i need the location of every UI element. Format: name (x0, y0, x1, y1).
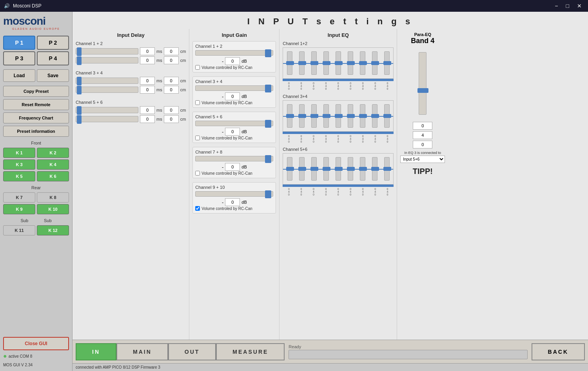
eq-ch5-band-2[interactable] (296, 155, 307, 183)
eq-band-3[interactable] (308, 49, 319, 77)
eq-band-6[interactable] (345, 49, 356, 77)
eq-ch5-b4-track[interactable] (323, 157, 329, 181)
gain-ch5-input[interactable] (225, 128, 240, 136)
para-eq-slider-thumb[interactable] (417, 88, 428, 93)
nav-out-button[interactable]: OUT (168, 343, 216, 360)
ch3-cm-input2[interactable] (164, 86, 179, 94)
eq-ch5-band-5[interactable] (332, 155, 344, 183)
para-eq-input-1[interactable] (413, 122, 432, 130)
gain-ch3-slider[interactable] (195, 85, 273, 91)
ch1-cm-input2[interactable] (164, 56, 179, 64)
ch1-ms-input2[interactable] (140, 56, 155, 64)
eq-band-8-track[interactable] (372, 51, 377, 75)
key-12-button[interactable]: K 12 (37, 225, 69, 235)
gain-ch3-input[interactable] (225, 92, 240, 100)
eq-ch3-band-2[interactable] (296, 102, 307, 130)
frequency-chart-button[interactable]: Frequency Chart (3, 112, 69, 123)
ch5-cm-input1[interactable] (164, 106, 179, 114)
preset-1-button[interactable]: P 1 (3, 36, 35, 50)
eq-band-6-track[interactable] (348, 51, 353, 75)
eq-ch5-b6-track[interactable] (348, 157, 353, 181)
key-5-button[interactable]: K 5 (3, 171, 35, 181)
gain-ch7-rc-checkbox[interactable] (195, 171, 200, 176)
eq-ch3-b3-track[interactable] (311, 104, 317, 128)
eq-band-4[interactable] (320, 49, 332, 77)
eq-ch3-band-5[interactable] (332, 102, 344, 130)
eq-band-8[interactable] (369, 49, 380, 77)
eq-ch5-band-6[interactable] (345, 155, 356, 183)
eq-ch5-b1-track[interactable] (287, 157, 292, 181)
preset-4-button[interactable]: P 4 (37, 51, 69, 65)
key-4-button[interactable]: K 4 (37, 159, 69, 170)
gain-ch7-slider[interactable] (195, 156, 273, 161)
maximize-button[interactable]: □ (564, 2, 572, 10)
copy-preset-button[interactable]: Copy Preset (3, 86, 69, 97)
gain-ch7-input[interactable] (225, 163, 240, 171)
eq-ch3-b5-thumb[interactable] (335, 114, 343, 118)
eq-band-9[interactable] (381, 49, 392, 77)
eq-ch5-b8-track[interactable] (372, 157, 377, 181)
eq-band-5-thumb[interactable] (335, 61, 343, 65)
ch1-delay-slider1[interactable] (76, 48, 138, 54)
preset-information-button[interactable]: Preset information (3, 126, 69, 137)
eq-band-5[interactable] (332, 49, 344, 77)
eq-ch3-b5-track[interactable] (336, 104, 341, 128)
ch5-ms-input1[interactable] (140, 106, 155, 114)
eq-ch3-b8-track[interactable] (372, 104, 377, 128)
key-2-button[interactable]: K 2 (37, 148, 69, 158)
eq-band-2-track[interactable] (299, 51, 305, 75)
para-eq-input-2[interactable] (413, 131, 432, 139)
eq-ch3-b4-track[interactable] (323, 104, 329, 128)
eq-ch5-band-8[interactable] (369, 155, 380, 183)
key-8-button[interactable]: K 8 (37, 192, 69, 203)
eq-ch5-band-7[interactable] (357, 155, 368, 183)
eq-ch3-band-4[interactable] (320, 102, 332, 130)
eq-band-8-thumb[interactable] (371, 61, 379, 65)
ch3-delay-slider2[interactable] (76, 87, 138, 93)
eq-ch3-b9-track[interactable] (384, 104, 390, 128)
gain-ch1-rc-checkbox[interactable] (195, 65, 200, 70)
eq-band-9-thumb[interactable] (383, 61, 391, 65)
eq-ch5-band-9[interactable] (381, 155, 392, 183)
close-window-button[interactable]: ✕ (575, 2, 584, 10)
eq-ch3-b1-thumb[interactable] (286, 114, 294, 118)
eq-ch5-b8-thumb[interactable] (371, 167, 379, 171)
gain-ch1-slider[interactable] (195, 50, 273, 56)
eq-band-7-track[interactable] (360, 51, 365, 75)
eq-ch5-b3-thumb[interactable] (310, 167, 318, 171)
eq-ch3-b6-thumb[interactable] (347, 114, 355, 118)
eq-band-9-track[interactable] (384, 51, 390, 75)
eq-ch3-band-9[interactable] (381, 102, 392, 130)
gain-ch5-rc-checkbox[interactable] (195, 136, 200, 140)
eq-ch5-b5-thumb[interactable] (335, 167, 343, 171)
ch5-delay-slider2[interactable] (76, 116, 138, 122)
eq-ch5-b9-thumb[interactable] (383, 167, 391, 171)
eq-ch5-b7-track[interactable] (360, 157, 365, 181)
eq-band-3-thumb[interactable] (310, 61, 318, 65)
nav-measure-button[interactable]: MEASURE (216, 343, 285, 360)
eq-ch3-band-3[interactable] (308, 102, 319, 130)
ch3-delay-slider1[interactable] (76, 78, 138, 84)
eq-ch3-band-7[interactable] (357, 102, 368, 130)
ch5-cm-input2[interactable] (164, 115, 179, 123)
eq-band-1[interactable] (284, 49, 295, 77)
gain-ch9-rc-checkbox[interactable] (195, 206, 200, 211)
eq-ch3-b2-track[interactable] (299, 104, 305, 128)
eq-ch5-b5-track[interactable] (336, 157, 341, 181)
eq-ch3-b7-track[interactable] (360, 104, 365, 128)
eq-ch3-b4-thumb[interactable] (323, 114, 330, 118)
eq-ch5-b3-track[interactable] (311, 157, 317, 181)
eq-ch5-band-3[interactable] (308, 155, 319, 183)
eq-ch3-b1-track[interactable] (287, 104, 292, 128)
eq-ch3-band-1[interactable] (284, 102, 295, 130)
minimize-button[interactable]: − (552, 2, 560, 10)
eq-band-4-track[interactable] (323, 51, 329, 75)
load-button[interactable]: Load (3, 69, 35, 82)
save-button[interactable]: Save (37, 69, 69, 82)
eq-ch3-b2-thumb[interactable] (298, 114, 306, 118)
eq-band-5-track[interactable] (336, 51, 341, 75)
eq-ch5-b2-track[interactable] (299, 157, 305, 181)
eq-band-1-track[interactable] (287, 51, 292, 75)
ch5-ms-input2[interactable] (140, 115, 155, 123)
gain-ch1-input[interactable] (225, 57, 240, 65)
